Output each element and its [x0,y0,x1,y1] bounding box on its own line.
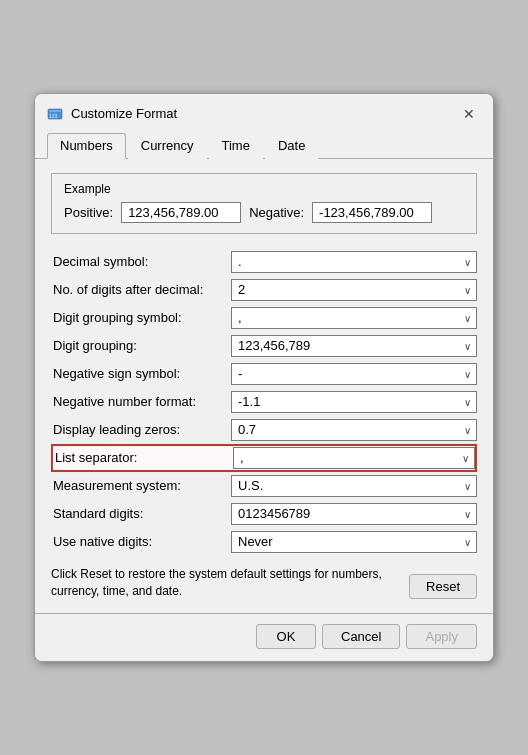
svg-text:123: 123 [49,113,58,119]
setting-standard-digits: Standard digits: 0123456789 [51,500,477,528]
measurement-system-dropdown[interactable]: U.S. [231,475,477,497]
display-leading-zeros-control: 0.7 [231,419,477,441]
use-native-digits-wrapper: Never [231,531,477,553]
measurement-system-label: Measurement system: [51,478,231,493]
setting-decimal-symbol: Decimal symbol: . [51,248,477,276]
digit-grouping-label: Digit grouping: [51,338,231,353]
customize-format-window: 123 Customize Format ✕ Numbers Currency … [34,93,494,663]
digit-grouping-symbol-wrapper: , [231,307,477,329]
cancel-button[interactable]: Cancel [322,624,400,649]
digit-grouping-symbol-control: , [231,307,477,329]
decimal-symbol-dropdown-wrapper: . [231,251,477,273]
example-row: Positive: 123,456,789.00 Negative: -123,… [64,202,464,223]
ok-button[interactable]: OK [256,624,316,649]
close-button[interactable]: ✕ [457,102,481,126]
digits-after-decimal-dropdown[interactable]: 2 [231,279,477,301]
standard-digits-control: 0123456789 [231,503,477,525]
use-native-digits-dropdown[interactable]: Never [231,531,477,553]
standard-digits-dropdown[interactable]: 0123456789 [231,503,477,525]
content-area: Example Positive: 123,456,789.00 Negativ… [35,159,493,614]
setting-display-leading-zeros: Display leading zeros: 0.7 [51,416,477,444]
display-leading-zeros-label: Display leading zeros: [51,422,231,437]
reset-section: Click Reset to restore the system defaul… [51,566,477,600]
display-leading-zeros-dropdown[interactable]: 0.7 [231,419,477,441]
list-separator-wrapper: , [233,447,475,469]
digit-grouping-dropdown[interactable]: 123,456,789 [231,335,477,357]
digit-grouping-wrapper: 123,456,789 [231,335,477,357]
negative-value: -123,456,789.00 [312,202,432,223]
setting-digit-grouping: Digit grouping: 123,456,789 [51,332,477,360]
negative-sign-symbol-dropdown[interactable]: - [231,363,477,385]
negative-number-format-label: Negative number format: [51,394,231,409]
bottom-bar: OK Cancel Apply [35,613,493,661]
reset-description: Click Reset to restore the system defaul… [51,566,399,600]
title-bar-left: 123 Customize Format [47,106,177,122]
example-box: Example Positive: 123,456,789.00 Negativ… [51,173,477,234]
decimal-symbol-dropdown[interactable]: . [231,251,477,273]
setting-use-native-digits: Use native digits: Never [51,528,477,556]
example-section-label: Example [64,182,464,196]
display-leading-zeros-wrapper: 0.7 [231,419,477,441]
negative-number-format-dropdown[interactable]: -1.1 [231,391,477,413]
list-separator-dropdown[interactable]: , [233,447,475,469]
negative-sign-symbol-label: Negative sign symbol: [51,366,231,381]
title-bar: 123 Customize Format ✕ [35,94,493,126]
tab-currency[interactable]: Currency [128,133,207,159]
digit-grouping-symbol-label: Digit grouping symbol: [51,310,231,325]
positive-value: 123,456,789.00 [121,202,241,223]
negative-number-format-wrapper: -1.1 [231,391,477,413]
negative-label: Negative: [249,205,304,220]
negative-sign-symbol-wrapper: - [231,363,477,385]
apply-button[interactable]: Apply [406,624,477,649]
svg-rect-1 [49,110,61,112]
settings-list: Decimal symbol: . No. of digits after de… [51,248,477,556]
digit-grouping-control: 123,456,789 [231,335,477,357]
use-native-digits-control: Never [231,531,477,553]
positive-label: Positive: [64,205,113,220]
decimal-symbol-control: . [231,251,477,273]
digit-grouping-symbol-dropdown[interactable]: , [231,307,477,329]
tab-numbers[interactable]: Numbers [47,133,126,159]
window-title: Customize Format [71,106,177,121]
tab-date[interactable]: Date [265,133,318,159]
tab-time[interactable]: Time [209,133,263,159]
standard-digits-wrapper: 0123456789 [231,503,477,525]
standard-digits-label: Standard digits: [51,506,231,521]
setting-digit-grouping-symbol: Digit grouping symbol: , [51,304,477,332]
setting-list-separator: List separator: , [51,444,477,472]
setting-negative-number-format: Negative number format: -1.1 [51,388,477,416]
list-separator-label: List separator: [53,450,233,465]
negative-sign-symbol-control: - [231,363,477,385]
use-native-digits-label: Use native digits: [51,534,231,549]
decimal-symbol-label: Decimal symbol: [51,254,231,269]
window-icon: 123 [47,106,63,122]
setting-digits-after-decimal: No. of digits after decimal: 2 [51,276,477,304]
measurement-system-control: U.S. [231,475,477,497]
digits-after-decimal-label: No. of digits after decimal: [51,282,231,297]
tab-bar: Numbers Currency Time Date [35,126,493,159]
setting-negative-sign-symbol: Negative sign symbol: - [51,360,477,388]
measurement-system-wrapper: U.S. [231,475,477,497]
digits-after-decimal-control: 2 [231,279,477,301]
digits-after-decimal-wrapper: 2 [231,279,477,301]
setting-measurement-system: Measurement system: U.S. [51,472,477,500]
list-separator-control: , [233,447,475,469]
negative-number-format-control: -1.1 [231,391,477,413]
reset-button[interactable]: Reset [409,574,477,599]
